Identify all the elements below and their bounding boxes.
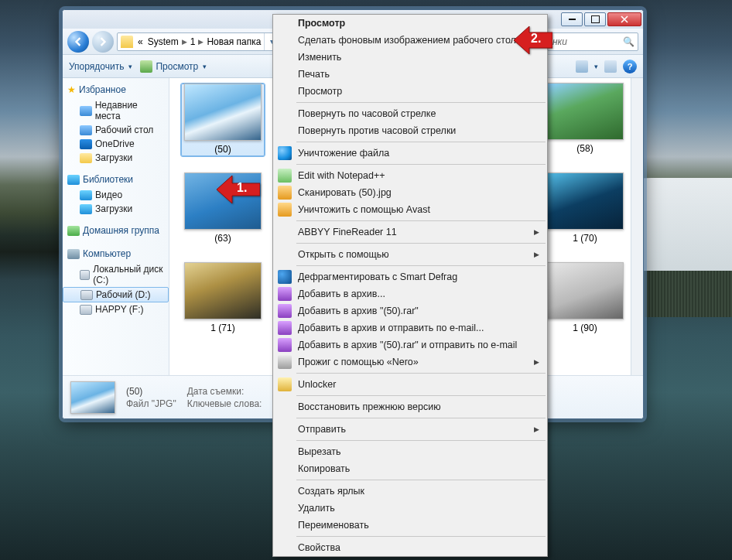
- thumbnail-label: 1 (90): [573, 323, 597, 333]
- menu-label: Добавить в архив "(50).rar": [298, 306, 419, 316]
- menu-label: Просмотр: [298, 18, 345, 29]
- menu-item[interactable]: Добавить в архив и отправить по e-mail..…: [273, 319, 547, 336]
- search-input[interactable]: нки 🔍: [547, 32, 638, 51]
- menu-item[interactable]: Дефрагментировать с Smart Defrag: [273, 268, 547, 285]
- menu-item[interactable]: Добавить в архив...: [273, 285, 547, 302]
- menu-label: Вырезать: [298, 446, 341, 457]
- separator: [296, 480, 546, 480]
- menu-icon: [278, 355, 292, 369]
- minimize-button[interactable]: [561, 12, 583, 26]
- menu-item[interactable]: Печать: [273, 66, 547, 83]
- file-thumbnail[interactable]: 1 (90): [542, 262, 628, 333]
- computer-icon: [67, 249, 80, 259]
- favorites-group[interactable]: ★ Избранное: [63, 83, 169, 98]
- details-name: (50): [126, 386, 176, 397]
- chevron-right-icon: ▶: [182, 38, 187, 46]
- organize-button[interactable]: Упорядочить: [69, 61, 132, 72]
- menu-label: Прожиг с помощью «Nero»: [298, 357, 419, 367]
- menu-label: Копировать: [298, 463, 350, 474]
- homegroup[interactable]: Домашняя группа: [63, 224, 169, 239]
- nav-disk-f[interactable]: HAPPY (F:): [63, 302, 169, 316]
- file-thumbnail[interactable]: 1 (71): [180, 262, 265, 333]
- breadcrumb-prefix[interactable]: «: [136, 36, 145, 47]
- menu-icon: [278, 321, 292, 335]
- menu-item[interactable]: Повернуть по часовой стрелке: [273, 105, 547, 122]
- annotation-1: 1.: [217, 174, 260, 205]
- menu-item[interactable]: Повернуть против часовой стрелки: [273, 122, 547, 139]
- folder-icon: [121, 36, 133, 48]
- close-button[interactable]: [607, 12, 641, 26]
- menu-item[interactable]: Добавить в архив "(50).rar": [273, 302, 547, 319]
- nav-desktop[interactable]: Рабочий стол: [63, 123, 169, 137]
- menu-label: Добавить в архив...: [298, 289, 385, 299]
- nav-recent[interactable]: Недавние места: [63, 98, 169, 123]
- breadcrumb-2[interactable]: Новая папка: [205, 36, 262, 47]
- breadcrumb-0[interactable]: System: [146, 36, 180, 47]
- maximize-button[interactable]: [584, 12, 606, 26]
- menu-item[interactable]: Свойства: [273, 539, 547, 556]
- menu-label: ABBYY FineReader 11: [298, 227, 397, 237]
- menu-icon: [278, 146, 292, 160]
- nav-onedrive[interactable]: OneDrive: [63, 137, 169, 151]
- menu-item[interactable]: ABBYY FineReader 11: [273, 224, 547, 241]
- file-thumbnail[interactable]: 1 (70): [542, 172, 628, 244]
- menu-item[interactable]: Сделать фоновым изображением рабочего ст…: [273, 32, 547, 49]
- thumbnail-image: [184, 84, 262, 141]
- menu-item[interactable]: Edit with Notepad++: [273, 167, 547, 184]
- menu-item[interactable]: Уничтожить с помощью Avast: [273, 201, 547, 218]
- menu-item[interactable]: Восстановить прежнюю версию: [273, 398, 547, 415]
- nav-disk-d[interactable]: Рабочий (D:): [63, 287, 169, 302]
- menu-item[interactable]: Создать ярлык: [273, 483, 547, 500]
- menu-item[interactable]: Просмотр: [273, 15, 547, 32]
- preview-button[interactable]: Просмотр: [140, 60, 207, 73]
- view-mode-button[interactable]: [576, 60, 588, 73]
- menu-item[interactable]: Отправить: [273, 421, 547, 438]
- menu-label: Создать ярлык: [298, 486, 364, 497]
- menu-label: Добавить в архив и отправить по e-mail..…: [298, 323, 484, 333]
- thumbnail-image: [546, 83, 624, 140]
- menu-item[interactable]: Уничтожение файла: [273, 145, 547, 162]
- menu-label: Добавить в архив "(50).rar" и отправить …: [298, 340, 517, 350]
- help-button[interactable]: ?: [623, 60, 637, 73]
- breadcrumb-1[interactable]: 1: [189, 36, 197, 47]
- back-button[interactable]: [67, 31, 89, 53]
- file-thumbnail[interactable]: (50): [180, 83, 265, 157]
- libraries-group[interactable]: Библиотеки: [63, 172, 169, 188]
- nav-downloads[interactable]: Загрузки: [63, 151, 169, 165]
- navigation-pane[interactable]: ★ Избранное Недавние места Рабочий стол …: [63, 78, 169, 375]
- thumbnail-label: 1 (71): [210, 323, 234, 333]
- menu-icon: [278, 203, 292, 217]
- nav-video[interactable]: Видео: [63, 188, 169, 202]
- thumbnail-label: 1 (70): [573, 233, 597, 244]
- preview-pane-button[interactable]: [604, 60, 617, 73]
- menu-item[interactable]: Изменить: [273, 49, 547, 66]
- file-thumbnail[interactable]: (58): [542, 83, 628, 154]
- menu-label: Свойства: [298, 542, 340, 553]
- search-placeholder: нки: [552, 36, 567, 47]
- nav-lib-downloads[interactable]: Загрузки: [63, 202, 169, 216]
- menu-icon: [278, 186, 292, 200]
- menu-label: Unlocker: [298, 379, 336, 390]
- menu-item[interactable]: Сканировать (50).jpg: [273, 184, 547, 201]
- menu-item[interactable]: Копировать: [273, 460, 547, 477]
- computer-group[interactable]: Компьютер: [63, 247, 169, 262]
- menu-item[interactable]: Вырезать: [273, 443, 547, 460]
- scrollbar[interactable]: [631, 78, 643, 375]
- menu-item[interactable]: Добавить в архив "(50).rar" и отправить …: [273, 336, 547, 353]
- nav-disk-c[interactable]: Локальный диск (C:): [63, 262, 169, 287]
- menu-item[interactable]: Переименовать: [273, 517, 547, 534]
- menu-label: Открыть с помощью: [298, 249, 389, 260]
- forward-button[interactable]: [92, 31, 114, 53]
- menu-item[interactable]: Удалить: [273, 500, 547, 517]
- menu-item[interactable]: Unlocker: [273, 376, 547, 393]
- menu-icon: [278, 338, 292, 352]
- chevron-down-icon: ▾: [594, 63, 598, 70]
- thumbnail-image: [546, 262, 624, 319]
- star-icon: ★: [67, 84, 76, 95]
- menu-item[interactable]: Открыть с помощью: [273, 246, 547, 263]
- separator: [296, 373, 546, 374]
- menu-icon: [278, 304, 292, 318]
- menu-item[interactable]: Просмотр: [273, 83, 547, 100]
- menu-item[interactable]: Прожиг с помощью «Nero»: [273, 353, 547, 370]
- menu-label: Уничтожить с помощью Avast: [298, 204, 430, 215]
